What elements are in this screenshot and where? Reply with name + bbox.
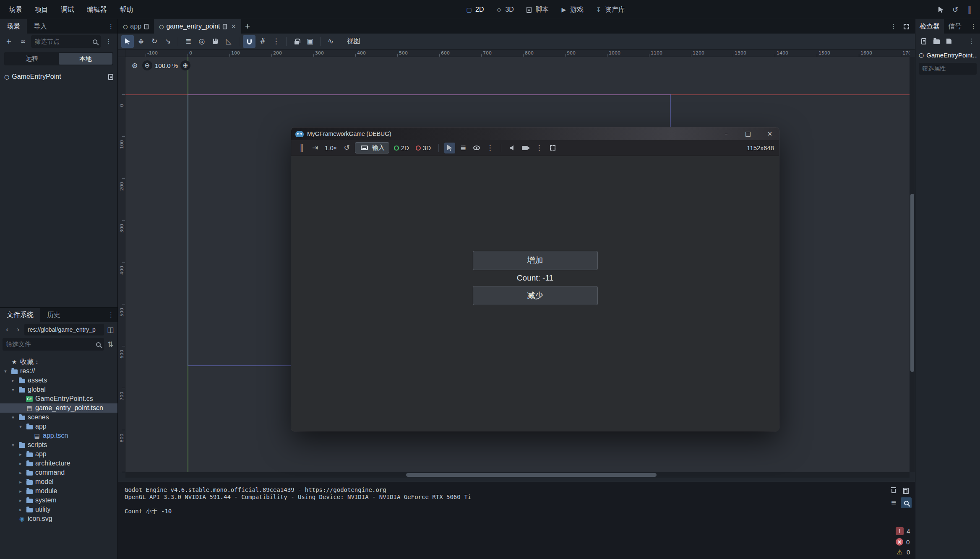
game-window-titlebar[interactable]: MyGFrameworkGame (DEBUG) – □ × <box>291 127 779 140</box>
path-field[interactable]: res://global/game_entry_p <box>24 324 104 335</box>
workspace-tab-资产库[interactable]: ↧资产库 <box>591 3 628 16</box>
tree-arrow-icon[interactable]: ▾ <box>18 424 23 429</box>
next-frame-button[interactable]: ⇥ <box>310 143 321 153</box>
open-script-icon[interactable] <box>108 74 113 80</box>
add-node-button[interactable]: + <box>3 35 15 48</box>
file-row[interactable]: ◉icon.svg <box>0 514 117 523</box>
expand-viewport-button[interactable] <box>900 20 912 33</box>
tree-arrow-icon[interactable]: ▸ <box>18 470 23 476</box>
scene-dock-menu-icon[interactable]: ⋮ <box>108 23 114 30</box>
file-row[interactable]: ▸module <box>0 486 117 496</box>
instance-scene-button[interactable]: ∞ <box>17 35 29 48</box>
zoom-percent[interactable]: 100.0 % <box>155 62 178 69</box>
collapse-duplicates-button[interactable]: ≡ <box>888 497 899 508</box>
sort-files-icon[interactable]: ⇅ <box>106 339 115 349</box>
tree-arrow-icon[interactable]: ▸ <box>18 479 23 485</box>
scrollbar-thumb[interactable] <box>406 473 657 477</box>
warning-count-badge[interactable]: ⚠ 0 <box>896 549 911 556</box>
inspector-dock-menu-icon[interactable]: ⋮ <box>970 23 977 30</box>
decrease-button[interactable]: 减少 <box>473 286 598 305</box>
horizontal-scrollbar[interactable] <box>125 472 910 478</box>
list-select-tool-button[interactable]: ≣ <box>182 35 195 48</box>
tree-arrow-icon[interactable]: ▾ <box>3 369 8 374</box>
save-resource-button[interactable] <box>944 36 954 46</box>
load-resource-button[interactable] <box>931 36 941 46</box>
tab-scene[interactable]: 场景 <box>0 19 27 34</box>
mode-3d-button[interactable]: 3D <box>414 144 433 151</box>
scene-toolbar-menu-button[interactable]: ⋮ <box>102 35 115 48</box>
maximize-button[interactable]: □ <box>739 127 757 140</box>
file-row[interactable]: ▾scenes <box>0 413 117 422</box>
tree-arrow-icon[interactable]: ▸ <box>18 507 23 512</box>
tree-arrow-icon[interactable]: ▾ <box>10 387 16 393</box>
file-row[interactable]: ▸command <box>0 468 117 477</box>
copy-output-button[interactable] <box>901 485 912 496</box>
workspace-tab-2d[interactable]: ▢2D <box>461 3 487 16</box>
ruler-tool-tool-button[interactable]: ◺ <box>222 35 235 48</box>
tabstrip-menu-button[interactable]: ⋮ <box>887 20 900 33</box>
tree-arrow-icon[interactable]: ▸ <box>10 378 16 383</box>
error-count-badge[interactable]: 0 <box>896 538 910 546</box>
menubar-item[interactable]: 帮助 <box>113 0 139 19</box>
scene-node-row[interactable]: ○ GameEntryPoint <box>0 71 117 82</box>
pause-button[interactable]: ‖ <box>963 3 976 16</box>
speaker-button[interactable] <box>507 143 518 153</box>
clear-output-button[interactable] <box>888 485 899 496</box>
group-tool-button[interactable]: ▣ <box>304 35 316 48</box>
move-tool-button[interactable] <box>135 35 147 48</box>
new-scene-tab-button[interactable]: + <box>241 20 254 33</box>
filter-nodes-input[interactable]: 筛选节点 <box>31 35 101 48</box>
close-button[interactable]: × <box>761 127 779 140</box>
file-row[interactable]: ▾scripts <box>0 440 117 450</box>
tree-arrow-icon[interactable]: ▸ <box>18 489 23 494</box>
search-output-button[interactable] <box>901 497 912 508</box>
menubar-item[interactable]: 场景 <box>3 0 29 19</box>
menubar-item[interactable]: 编辑器 <box>81 0 113 19</box>
split-view-icon[interactable]: ◫ <box>106 325 115 335</box>
back-button[interactable]: ‹ <box>3 325 12 335</box>
filter-files-input[interactable]: 筛选文件 <box>3 338 104 351</box>
forward-button[interactable]: › <box>13 325 23 335</box>
workspace-tab-游戏[interactable]: ▶游戏 <box>556 3 587 16</box>
scrollbar-thumb[interactable] <box>910 194 914 372</box>
file-row[interactable]: ▸model <box>0 477 117 486</box>
file-row[interactable]: ▸system <box>0 496 117 505</box>
file-row[interactable]: ▸architecture <box>0 459 117 468</box>
select-tool-button[interactable] <box>121 35 134 48</box>
filesystem-menu-icon[interactable]: ⋮ <box>108 312 114 318</box>
reset-button[interactable]: ↺ <box>341 143 352 153</box>
pivot-tool-button[interactable]: ◎ <box>195 35 208 48</box>
scale-tool-button[interactable]: ↘ <box>162 35 174 48</box>
tab-signals[interactable]: 信号 <box>944 19 966 34</box>
zoom-in-button[interactable]: ⊕ <box>180 60 190 70</box>
increase-button[interactable]: 增加 <box>473 251 598 270</box>
file-row[interactable]: ▾global <box>0 385 117 394</box>
pan-tool-button[interactable] <box>209 35 222 48</box>
vertical-scrollbar[interactable] <box>910 57 915 472</box>
file-row[interactable]: ▤app.tscn <box>0 431 117 440</box>
restart-button[interactable]: ↺ <box>949 3 962 16</box>
message-count-badge[interactable]: 4 <box>896 527 911 535</box>
camera-button[interactable] <box>520 143 531 153</box>
tree-arrow-icon[interactable]: ▸ <box>18 452 23 457</box>
bone-tool-button[interactable]: ∿ <box>324 35 337 48</box>
select-button[interactable] <box>444 143 455 153</box>
local-tab[interactable]: 本地 <box>59 53 112 65</box>
pause-button[interactable]: ‖ <box>296 143 307 153</box>
mode-2d-button[interactable]: 2D <box>392 144 411 151</box>
eye-button[interactable] <box>471 143 482 153</box>
file-row[interactable]: ▸assets <box>0 376 117 385</box>
scene-tab-app[interactable]: ○ app <box>118 19 154 34</box>
file-row[interactable]: ▾res:// <box>0 367 117 376</box>
file-row[interactable]: GameEntryPoint.cs <box>0 394 117 403</box>
file-row[interactable]: ▾app <box>0 422 117 431</box>
view-menu-button[interactable]: 视图 <box>343 37 365 46</box>
lock-tool-button[interactable] <box>290 35 303 48</box>
workspace-tab-3d[interactable]: ◇3D <box>491 3 517 16</box>
smart-snap-tool-button[interactable] <box>243 35 255 48</box>
scene-tab-game-entry-point[interactable]: ○ game_entry_point × <box>154 19 241 34</box>
tree-arrow-icon[interactable]: ▸ <box>18 461 23 466</box>
file-row[interactable]: ▸app <box>0 450 117 459</box>
file-row[interactable]: ▤game_entry_point.tscn <box>0 403 117 413</box>
tab-filesystem[interactable]: 文件系统 <box>0 308 40 322</box>
